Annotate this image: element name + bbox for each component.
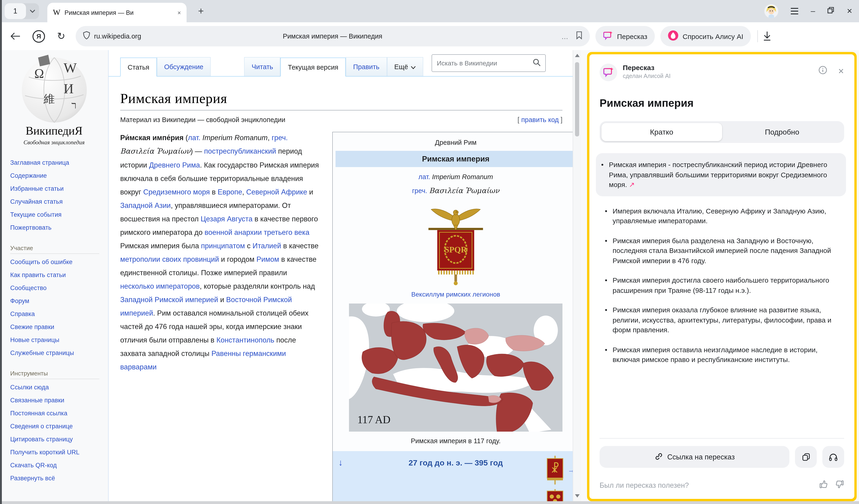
listen-button[interactable] bbox=[822, 446, 844, 468]
back-icon[interactable] bbox=[10, 32, 20, 40]
profile-avatar[interactable] bbox=[764, 4, 778, 18]
tab-brief[interactable]: Кратко bbox=[601, 123, 722, 141]
latin-label-link[interactable]: лат. bbox=[418, 173, 430, 181]
sidebar-link[interactable]: Связанные правки bbox=[10, 397, 102, 404]
close-icon[interactable]: ✕ bbox=[847, 7, 853, 15]
sidebar-link[interactable]: Заглавная страница bbox=[10, 159, 102, 167]
ask-alice-button[interactable]: Спросить Алису AI bbox=[660, 26, 751, 46]
tab-detailed[interactable]: Подробно bbox=[722, 123, 842, 141]
wiki-link[interactable]: Западной Азии bbox=[120, 201, 171, 209]
wiki-search-box[interactable] bbox=[432, 54, 546, 72]
sidebar-link[interactable]: Получить короткий URL bbox=[10, 449, 102, 456]
thumbs-down-icon[interactable] bbox=[835, 480, 844, 491]
sidebar-link[interactable]: Служебные страницы bbox=[10, 349, 102, 357]
wiki-link[interactable]: Римом bbox=[256, 255, 279, 263]
sidebar-link[interactable]: Ссылки сюда bbox=[10, 384, 102, 391]
sidebar-link[interactable]: Постоянная ссылка bbox=[10, 410, 102, 417]
chevron-down-icon[interactable] bbox=[26, 9, 39, 13]
scrollbar-thumb[interactable] bbox=[575, 62, 579, 136]
sidebar-link[interactable]: Сведения о странице bbox=[10, 423, 102, 430]
vexillum-image[interactable]: SPQR bbox=[335, 202, 573, 287]
wiki-search-input[interactable] bbox=[437, 59, 533, 67]
infobox-super-title: Древний Рим bbox=[335, 139, 573, 146]
tab-count[interactable]: 1 bbox=[5, 3, 26, 19]
retell-button[interactable]: Пересказ bbox=[595, 26, 655, 46]
tab-close-icon[interactable]: × bbox=[178, 9, 181, 16]
sidebar-link[interactable]: Избранные статьи bbox=[10, 185, 102, 193]
tab-talk[interactable]: Обсуждение bbox=[157, 57, 211, 76]
tab-title: Римская империя — Ви bbox=[64, 9, 173, 16]
timeline-down-arrow[interactable]: ↓ bbox=[338, 458, 343, 468]
banner-dots-icon[interactable] bbox=[545, 489, 565, 501]
timeline-next-arrow[interactable]: → bbox=[568, 466, 573, 474]
reload-icon[interactable]: ↻ bbox=[57, 31, 65, 42]
sidebar-link[interactable]: Новые страницы bbox=[10, 336, 102, 344]
sidebar-link[interactable]: Случайная статья bbox=[10, 198, 102, 205]
scroll-up-icon[interactable] bbox=[575, 54, 579, 57]
wiki-link[interactable]: греч. bbox=[272, 134, 288, 141]
sidebar-link[interactable]: Справка bbox=[10, 310, 102, 318]
tab-current-version[interactable]: Текущая версия bbox=[281, 58, 346, 77]
greek-label-link[interactable]: греч. bbox=[412, 187, 427, 195]
wiki-link[interactable]: Италией bbox=[253, 242, 281, 250]
sidebar-link[interactable]: Текущие события bbox=[10, 211, 102, 218]
wiki-link[interactable]: лат. bbox=[188, 134, 200, 141]
text-segment: ( bbox=[183, 134, 188, 141]
restore-icon[interactable] bbox=[828, 7, 834, 15]
wiki-link[interactable]: Западной Римской империей bbox=[120, 296, 218, 304]
sidebar-link[interactable]: Пожертвовать bbox=[10, 224, 102, 232]
retell-link-button[interactable]: Ссылка на пересказ bbox=[600, 446, 789, 468]
minimize-icon[interactable]: – bbox=[811, 6, 815, 16]
sidebar-link[interactable]: Цитировать страницу bbox=[10, 436, 102, 443]
wiki-link[interactable]: Древнего Рима bbox=[149, 161, 200, 169]
labarum-chi-rho-icon[interactable]: ☧ bbox=[545, 456, 565, 485]
tab-edit[interactable]: Править bbox=[346, 57, 387, 76]
download-icon[interactable] bbox=[762, 31, 771, 41]
wiki-link[interactable]: метрополии своих провинций bbox=[120, 255, 219, 263]
thumbs-up-icon[interactable] bbox=[819, 480, 828, 491]
scroll-down-icon[interactable] bbox=[575, 494, 579, 498]
sidebar-link[interactable]: Как править статьи bbox=[10, 272, 102, 279]
tab-counter[interactable]: 1 bbox=[5, 3, 39, 19]
sidebar-link[interactable]: Скачать QR-код bbox=[10, 462, 102, 469]
wiki-link[interactable]: принципатом bbox=[201, 242, 245, 250]
vexillum-caption-link[interactable]: Вексиллум римских легионов bbox=[335, 291, 573, 298]
wiki-link[interactable]: постреспубликанский bbox=[204, 147, 276, 155]
wiki-link[interactable]: Цезаря Августа bbox=[201, 215, 253, 223]
sidebar-link[interactable]: Форум bbox=[10, 297, 102, 305]
search-icon[interactable] bbox=[533, 58, 541, 68]
tab-more[interactable]: Ещё bbox=[387, 57, 423, 76]
sidebar-link[interactable]: Сообщить об ошибке bbox=[10, 259, 102, 266]
wiki-link[interactable]: Средиземного моря bbox=[143, 188, 210, 196]
browser-tab[interactable]: W Римская империя — Ви × bbox=[47, 3, 186, 22]
info-icon[interactable] bbox=[818, 66, 827, 76]
wiki-link[interactable]: военной анархии третьего века bbox=[205, 228, 310, 236]
empire-map-image[interactable]: 117 AD bbox=[349, 304, 562, 432]
yandex-icon[interactable]: Я bbox=[32, 30, 45, 43]
source-link-arrow[interactable]: ↗ bbox=[627, 181, 635, 188]
sidebar-link[interactable]: Сообщество bbox=[10, 285, 102, 292]
page-scrollbar[interactable] bbox=[573, 50, 581, 501]
wiki-link[interactable]: Константинополь bbox=[216, 336, 274, 344]
panel-close-icon[interactable]: ✕ bbox=[838, 66, 844, 75]
text-segment: и bbox=[218, 296, 226, 304]
text-segment: , которые разделяли контроль над bbox=[200, 282, 315, 290]
tab-article[interactable]: Статья bbox=[120, 58, 157, 77]
copy-button[interactable] bbox=[795, 446, 817, 468]
timeline-range-link[interactable]: 27 год до н. э. — 395 год bbox=[333, 451, 573, 468]
sidebar-link[interactable]: Содержание bbox=[10, 172, 102, 180]
wiki-main: Статья Обсуждение Читать Текущая версия … bbox=[108, 50, 573, 501]
bullet-dot: • bbox=[600, 305, 613, 335]
wiki-link[interactable]: Европе bbox=[218, 188, 242, 196]
wikipedia-wordmark[interactable]: ВикипедиЯ bbox=[0, 124, 108, 137]
edit-code-link[interactable]: [ править код ] bbox=[517, 116, 562, 123]
wiki-link[interactable]: Северной Африке bbox=[246, 188, 307, 196]
sidebar-link[interactable]: Развернуть всё bbox=[10, 475, 102, 482]
menu-icon[interactable] bbox=[791, 8, 798, 14]
tab-read[interactable]: Читать bbox=[244, 57, 280, 76]
sidebar-link[interactable]: Свежие правки bbox=[10, 323, 102, 331]
wiki-link[interactable]: несколько императоров bbox=[120, 282, 200, 290]
timeline-next-arrow[interactable]: → bbox=[568, 497, 573, 501]
new-tab-button[interactable]: + bbox=[194, 4, 208, 18]
url-field[interactable]: ru.wikipedia.org Римская империя — Викип… bbox=[75, 26, 590, 46]
